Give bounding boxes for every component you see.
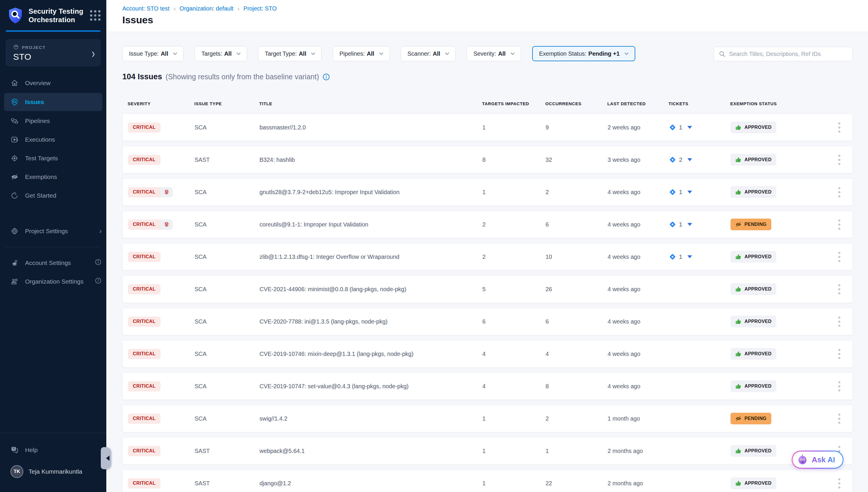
table-row[interactable]: CRITICAL SCA CVE-2019-10747: set-value@0… (122, 372, 853, 400)
row-menu-button[interactable] (835, 217, 843, 232)
chevron-right-icon: › (174, 5, 176, 12)
filter-target-type[interactable]: Target Type:All (258, 46, 321, 61)
table-row[interactable]: CRITICAL SAST django@1.2 1 22 2 months a… (122, 470, 853, 492)
filter-pipelines[interactable]: Pipelines:All (333, 46, 389, 61)
breadcrumb: Account: STO test › Organization: defaul… (122, 5, 868, 12)
layers-icon (160, 220, 173, 230)
last-detected: 4 weeks ago (608, 221, 669, 228)
info-icon[interactable] (322, 73, 330, 81)
chevron-down-icon (236, 52, 241, 55)
ticket-expand-caret[interactable] (687, 126, 692, 129)
ask-ai-button[interactable]: Ask AI (792, 451, 844, 469)
table-row[interactable]: CRITICAL SAST webpack@5.64.1 1 1 2 month… (122, 437, 853, 465)
sidebar-item-overview[interactable]: Overview (0, 74, 106, 92)
ticket-expand-caret[interactable] (687, 223, 692, 226)
exemption-status-badge: APPROVED (731, 186, 776, 198)
help-button[interactable]: ? Help (0, 441, 106, 459)
shield-search-icon (10, 98, 19, 106)
project-selector[interactable]: PROJECT STO › (6, 39, 101, 66)
filter-exemption-status[interactable]: Exemption Status:Pending +1 (532, 46, 636, 61)
ticket-expand-caret[interactable] (687, 255, 692, 258)
row-menu-button[interactable] (835, 184, 843, 200)
sidebar-item-issues[interactable]: Issues (4, 93, 102, 111)
row-menu-button[interactable] (835, 281, 843, 297)
col-title: Title (259, 101, 482, 106)
filter-scanner[interactable]: Scanner:All (401, 46, 456, 61)
ticket-expand-caret[interactable] (687, 191, 692, 194)
sidebar-item-get-started[interactable]: Get Started (0, 186, 106, 205)
breadcrumb-account-link[interactable]: Account: STO test (122, 5, 169, 12)
breadcrumb-org-link[interactable]: Organization: default (180, 5, 234, 12)
user-menu[interactable]: TK Teja Kummarikuntla (0, 459, 106, 484)
project-label: PROJECT (22, 45, 46, 50)
row-menu-button[interactable] (835, 475, 843, 491)
col-targets-impacted: Targets Impacted (482, 101, 545, 106)
table-row[interactable]: CRITICAL SCA CVE-2020-7788: ini@1.3.5 (l… (122, 308, 853, 335)
filter-severity[interactable]: Severity:All (467, 46, 521, 61)
sidebar-item-project-settings[interactable]: Project Settings › (0, 222, 106, 241)
thumbs-up-icon (735, 156, 742, 163)
targets-impacted: 1 (482, 415, 546, 422)
issues-table: Severity Issue Type Title Targets Impact… (122, 99, 853, 492)
row-menu-button[interactable] (835, 378, 843, 394)
help-chat-icon: ? (10, 446, 19, 454)
occurrences: 22 (546, 480, 608, 487)
chevron-down-icon (173, 52, 177, 55)
sidebar-collapse-handle[interactable] (101, 447, 111, 469)
issue-type: SCA (194, 383, 260, 390)
search-input[interactable] (729, 51, 848, 57)
sidebar-divider (0, 433, 106, 433)
severity-badge: CRITICAL (128, 381, 160, 391)
ticket-expand-caret[interactable] (687, 158, 692, 161)
sidebar-item-executions[interactable]: Executions (0, 130, 106, 149)
filter-targets[interactable]: Targets:All (194, 46, 247, 61)
filter-issue-type[interactable]: Issue Type:All (122, 46, 184, 61)
sidebar-item-test-targets[interactable]: Test Targets (0, 149, 106, 168)
row-menu-button[interactable] (835, 120, 843, 135)
ticket-link[interactable]: 1 (669, 253, 692, 261)
app-grid-icon[interactable] (90, 10, 101, 21)
issue-count: 104 Issues (122, 72, 162, 81)
last-detected: 4 weeks ago (608, 318, 669, 325)
issue-title: CVE-2020-7788: ini@1.3.5 (lang-pkgs, nod… (260, 318, 482, 325)
ticket-link[interactable]: 2 (669, 156, 692, 164)
exemption-status-badge: APPROVED (731, 348, 776, 360)
chevron-down-icon (311, 52, 315, 55)
info-icon (95, 259, 102, 267)
sidebar-nav: Overview Issues Pipelines Executions (0, 74, 106, 291)
row-menu-button[interactable] (835, 314, 843, 329)
breadcrumb-project-link[interactable]: Project: STO (243, 5, 277, 12)
table-row[interactable]: CRITICAL SCA zlib@1:1.2.13.dfsg-1: Integ… (122, 243, 853, 270)
sidebar-item-exemptions[interactable]: Exemptions (0, 168, 106, 186)
ticket-link[interactable]: 1 (669, 188, 692, 196)
app-title: Security Testing Orchestration (29, 7, 90, 24)
table-row[interactable]: CRITICAL SCA gnutls28@3.7.9-2+deb12u5: I… (122, 178, 853, 206)
issue-type: SAST (194, 480, 260, 487)
jira-ticket-icon (669, 253, 676, 261)
issue-title: CVE-2019-10747: set-value@0.4.3 (lang-pk… (260, 383, 482, 390)
table-row[interactable]: CRITICAL SCA CVE-2021-44906: minimist@0.… (122, 275, 853, 303)
last-detected: 3 weeks ago (608, 156, 669, 163)
table-row[interactable]: CRITICAL SCA CVE-2019-10746: mixin-deep@… (122, 340, 853, 368)
table-row[interactable]: CRITICAL SCA bassmaster//1.2.0 1 9 2 wee… (122, 114, 853, 141)
ticket-link[interactable]: 1 (669, 221, 692, 228)
table-row[interactable]: CRITICAL SCA swig//1.4.2 1 2 1 month ago… (122, 405, 853, 432)
row-menu-button[interactable] (835, 346, 843, 362)
table-row[interactable]: CRITICAL SCA coreutils@9.1-1: Improper I… (122, 211, 853, 238)
row-menu-button[interactable] (835, 411, 843, 426)
sidebar-item-pipelines[interactable]: Pipelines (0, 112, 106, 130)
table-row[interactable]: CRITICAL SAST B324: hashlib 8 32 3 weeks… (122, 146, 853, 173)
last-detected: 2 months ago (608, 480, 669, 487)
row-menu-button[interactable] (835, 152, 843, 168)
sidebar-item-account-settings[interactable]: Account Settings (0, 253, 106, 272)
exemption-status-badge: APPROVED (731, 380, 776, 392)
targets-impacted: 1 (482, 480, 546, 487)
sidebar-item-organization-settings[interactable]: Organization Settings (0, 272, 106, 291)
ticket-link[interactable]: 1 (669, 124, 692, 131)
targets-impacted: 6 (482, 318, 546, 325)
app-window: Security Testing Orchestration PROJECT S… (0, 0, 868, 492)
row-menu-button[interactable] (835, 249, 843, 265)
eye-slash-icon (735, 221, 742, 228)
targets-impacted: 8 (482, 156, 546, 163)
col-occurrences: Occurrences (545, 101, 607, 106)
